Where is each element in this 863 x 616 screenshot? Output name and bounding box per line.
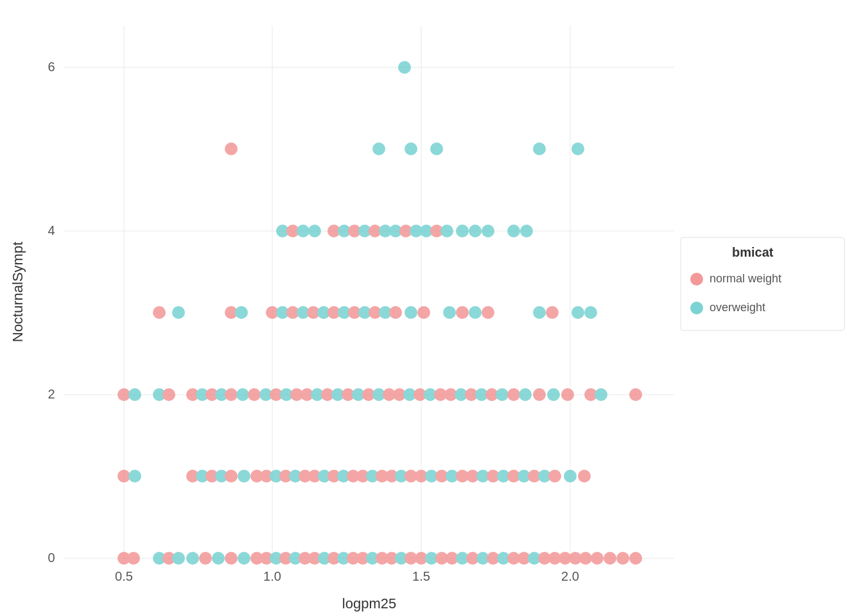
data-point	[547, 388, 560, 401]
data-point	[398, 61, 411, 74]
data-point	[595, 388, 607, 401]
data-point	[571, 306, 584, 319]
x-tick-20: 2.0	[561, 569, 579, 583]
data-point	[389, 306, 402, 319]
data-point	[235, 306, 248, 319]
data-point	[496, 388, 509, 401]
data-point	[533, 388, 546, 401]
data-point	[482, 225, 494, 237]
data-point	[162, 388, 175, 401]
data-point	[469, 225, 482, 237]
data-point	[405, 306, 417, 319]
data-point	[308, 225, 321, 237]
data-point	[548, 470, 561, 483]
data-point	[469, 306, 482, 319]
legend-title: bmicat	[732, 245, 774, 259]
data-point	[153, 306, 166, 319]
legend-overweight-icon	[690, 302, 703, 314]
scatterplot: 0.5 1.0 1.5 2.0 0 2 4 6 logpm25 Nocturna…	[0, 0, 863, 616]
data-point	[172, 552, 185, 565]
data-point	[561, 388, 574, 401]
data-point	[238, 470, 250, 483]
x-tick-05: 0.5	[115, 569, 133, 583]
y-tick-4: 4	[48, 223, 55, 237]
data-point	[128, 470, 141, 483]
y-axis-title: NocturnalSympt	[10, 242, 26, 343]
data-point	[616, 552, 629, 565]
data-point	[571, 142, 584, 155]
data-point	[546, 306, 559, 319]
data-point	[604, 552, 616, 565]
data-point	[440, 225, 453, 237]
data-point	[172, 306, 185, 319]
data-point	[430, 142, 443, 155]
x-axis-title: logpm25	[342, 595, 396, 612]
data-point	[417, 306, 430, 319]
y-tick-6: 6	[48, 60, 55, 74]
data-point	[443, 306, 456, 319]
data-point	[629, 552, 642, 565]
data-point	[584, 306, 597, 319]
data-point	[482, 306, 494, 319]
legend-normal-weight-icon	[690, 273, 703, 286]
data-point	[225, 470, 238, 483]
data-point	[225, 142, 238, 155]
data-point	[225, 388, 238, 401]
data-point	[507, 225, 520, 237]
data-point	[533, 306, 546, 319]
data-point	[519, 388, 532, 401]
data-point	[372, 142, 385, 155]
data-point	[456, 306, 469, 319]
y-tick-0: 0	[48, 551, 55, 565]
data-point	[578, 470, 591, 483]
data-point	[236, 388, 249, 401]
data-point	[248, 388, 261, 401]
data-point	[533, 142, 546, 155]
chart-container: 0.5 1.0 1.5 2.0 0 2 4 6 logpm25 Nocturna…	[0, 0, 863, 616]
x-tick-10: 1.0	[263, 569, 281, 583]
data-point	[212, 552, 225, 565]
y-tick-2: 2	[48, 387, 55, 401]
data-point	[629, 388, 642, 401]
data-point	[186, 552, 199, 565]
data-point	[579, 552, 592, 565]
legend-normal-weight-label: normal weight	[710, 272, 781, 285]
data-point	[456, 225, 469, 237]
data-point	[405, 142, 417, 155]
legend-overweight-label: overweight	[710, 301, 765, 314]
data-point	[127, 552, 140, 565]
data-point	[199, 552, 212, 565]
data-point	[297, 225, 309, 237]
data-point	[225, 552, 238, 565]
data-point	[507, 388, 520, 401]
data-point	[238, 552, 250, 565]
data-point	[128, 388, 141, 401]
data-point	[564, 470, 577, 483]
data-point	[591, 552, 604, 565]
data-point	[520, 225, 533, 237]
x-tick-15: 1.5	[412, 569, 430, 583]
